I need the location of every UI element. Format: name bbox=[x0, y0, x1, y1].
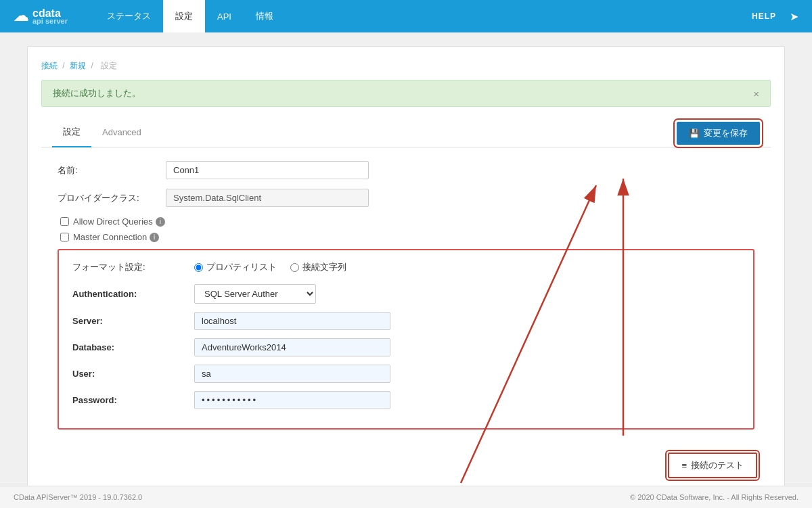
close-banner-button[interactable]: × bbox=[753, 89, 759, 99]
database-input[interactable] bbox=[194, 338, 390, 356]
test-button-label: 接続のテスト bbox=[691, 459, 744, 471]
breadcrumb-current: 設定 bbox=[101, 61, 117, 70]
provider-label: プロバイダークラス: bbox=[58, 192, 166, 204]
footer-copyright: © 2020 CData Software, Inc. - All Rights… bbox=[630, 493, 798, 501]
authentication-label: Authentication: bbox=[72, 289, 194, 299]
success-message: 接続に成功しました。 bbox=[53, 87, 141, 99]
user-input[interactable] bbox=[194, 365, 390, 383]
allow-direct-queries-checkbox[interactable] bbox=[60, 217, 69, 226]
server-label: Server: bbox=[72, 316, 194, 326]
authentication-select[interactable]: SQL Server Auther Windows Azure AD bbox=[194, 284, 316, 304]
nav-item-info[interactable]: 情報 bbox=[244, 0, 286, 32]
footer-version: CData APIServer™ 2019 - 19.0.7362.0 bbox=[14, 493, 142, 501]
header: ☁ cdata api server ステータス 設定 API 情報 HELP … bbox=[0, 0, 812, 32]
tabs-row: 設定 Advanced 💾 変更を保存 bbox=[41, 118, 771, 147]
breadcrumb: 接続 / 新規 / 設定 bbox=[41, 60, 771, 72]
main-nav: ステータス 設定 API 情報 bbox=[95, 0, 286, 32]
allow-direct-queries-info-icon[interactable]: i bbox=[156, 217, 165, 227]
nav-item-api[interactable]: API bbox=[205, 0, 244, 32]
password-row: Password: bbox=[72, 391, 740, 409]
form-area: 名前: プロバイダークラス: Allow Direct Queries i bbox=[41, 147, 771, 453]
tab-advanced[interactable]: Advanced bbox=[91, 119, 152, 147]
authentication-row: Authentication: SQL Server Auther Window… bbox=[72, 284, 740, 304]
breadcrumb-sep1: / bbox=[62, 61, 64, 70]
name-row: 名前: bbox=[58, 161, 754, 179]
main-content-card: 接続 / 新規 / 設定 接続に成功しました。 × 設定 Advanced 💾 … bbox=[27, 46, 785, 506]
radio-property-list-input[interactable] bbox=[194, 263, 203, 272]
user-label: User: bbox=[72, 369, 194, 379]
database-label: Database: bbox=[72, 342, 194, 352]
cloud-icon: ☁ bbox=[14, 7, 28, 25]
user-row: User: bbox=[72, 365, 740, 383]
format-header-row: フォーマット設定: プロパティリスト 接続文字列 bbox=[72, 261, 740, 273]
master-connection-label: Master Connection bbox=[73, 232, 147, 242]
name-label: 名前: bbox=[58, 164, 166, 177]
server-input[interactable] bbox=[194, 312, 390, 330]
name-input[interactable] bbox=[166, 161, 369, 179]
allow-direct-queries-label: Allow Direct Queries bbox=[73, 216, 153, 227]
card-with-arrows: 設定 Advanced 💾 変更を保存 名前: プロ bbox=[41, 118, 771, 492]
nav-item-settings[interactable]: 設定 bbox=[163, 0, 205, 32]
master-connection-info-icon[interactable]: i bbox=[150, 233, 159, 242]
provider-input bbox=[166, 189, 369, 207]
radio-property-list[interactable]: プロパティリスト bbox=[194, 261, 277, 273]
password-label: Password: bbox=[72, 395, 194, 405]
allow-direct-queries-row: Allow Direct Queries i bbox=[58, 216, 754, 227]
save-icon: 💾 bbox=[689, 129, 700, 139]
save-button[interactable]: 💾 変更を保存 bbox=[677, 122, 760, 145]
master-connection-checkbox[interactable] bbox=[60, 233, 69, 241]
format-radio-group: プロパティリスト 接続文字列 bbox=[194, 261, 346, 273]
format-label: フォーマット設定: bbox=[72, 261, 194, 273]
radio-connection-string[interactable]: 接続文字列 bbox=[290, 261, 346, 273]
server-row: Server: bbox=[72, 312, 740, 330]
database-row: Database: bbox=[72, 338, 740, 356]
logo-api-server: api server bbox=[32, 18, 68, 25]
header-right: HELP ➤ bbox=[752, 10, 798, 23]
master-connection-row: Master Connection i bbox=[58, 232, 754, 242]
radio-connection-string-label: 接続文字列 bbox=[302, 261, 346, 273]
save-button-wrap: 💾 変更を保存 bbox=[677, 122, 760, 145]
user-icon[interactable]: ➤ bbox=[790, 10, 798, 23]
footer: CData APIServer™ 2019 - 19.0.7362.0 © 20… bbox=[0, 486, 812, 508]
tab-settings[interactable]: 設定 bbox=[52, 118, 91, 147]
outer-layout: 接続 / 新規 / 設定 接続に成功しました。 × 設定 Advanced 💾 … bbox=[0, 32, 812, 508]
password-input[interactable] bbox=[194, 391, 390, 409]
breadcrumb-connections[interactable]: 接続 bbox=[41, 61, 58, 70]
breadcrumb-new[interactable]: 新規 bbox=[70, 61, 86, 70]
nav-item-status[interactable]: ステータス bbox=[95, 0, 163, 32]
radio-connection-string-input[interactable] bbox=[290, 263, 299, 272]
provider-row: プロバイダークラス: bbox=[58, 189, 754, 207]
format-box: フォーマット設定: プロパティリスト 接続文字列 bbox=[58, 249, 754, 430]
success-banner: 接続に成功しました。 × bbox=[41, 80, 771, 107]
help-link[interactable]: HELP bbox=[752, 11, 776, 21]
save-button-label: 変更を保存 bbox=[704, 127, 748, 139]
test-icon: ≡ bbox=[681, 461, 687, 471]
logo: ☁ cdata api server bbox=[14, 7, 68, 25]
test-connection-button[interactable]: ≡ 接続のテスト bbox=[668, 453, 757, 478]
radio-property-list-label: プロパティリスト bbox=[206, 261, 277, 273]
breadcrumb-sep2: / bbox=[91, 61, 93, 70]
